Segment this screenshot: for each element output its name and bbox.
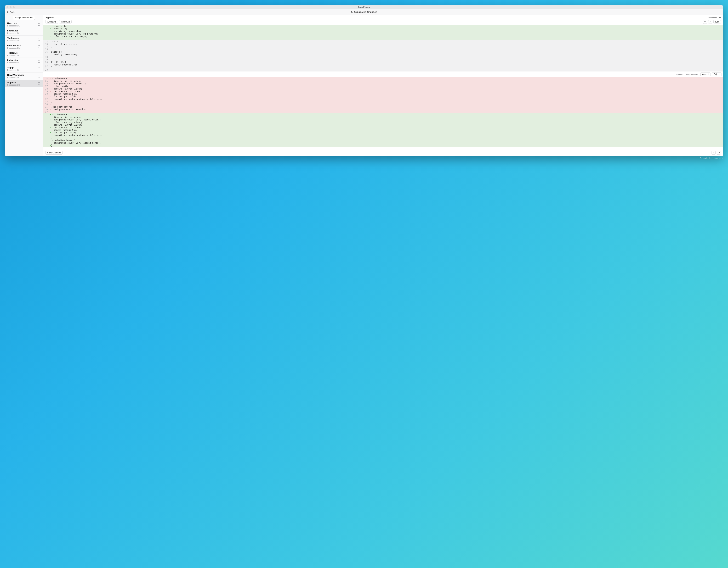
file-processed: Processed: 0/1 [7, 76, 24, 78]
file-name: Features.css [7, 44, 21, 47]
file-processed: Processed: 0/1 [7, 39, 20, 42]
chevron-down-icon [718, 152, 720, 153]
edit-button[interactable]: Edit [713, 20, 721, 24]
diff-scroll[interactable]: + margin: 0;+ padding: 0;+ box-sizing: b… [43, 25, 723, 149]
file-name: Footer.css [7, 29, 20, 32]
diff-line: + transition: background-color 0.3s ease… [43, 134, 723, 137]
diff-line: + padding: 0.8rem 1.5rem; [43, 124, 723, 126]
file-name: App.js [7, 66, 20, 69]
diff-line: 15 [43, 48, 723, 51]
file-item[interactable]: index.htmlProcessed: 0/1 [5, 58, 43, 65]
diff-line: +} [43, 137, 723, 139]
diff-line: + padding: 0; [43, 27, 723, 30]
file-item[interactable]: Features.cssProcessed: 0/1 [5, 43, 43, 50]
diff-line: + background-color: var(--accent-color); [43, 118, 723, 121]
next-hunk-button[interactable] [717, 151, 721, 155]
diff-line: 34- [43, 103, 723, 106]
file-item[interactable]: HowItWorks.cssProcessed: 0/1 [5, 72, 43, 80]
diff-line: 12.App { [43, 40, 723, 43]
redo-icon [709, 21, 712, 23]
file-name: HowItWorks.css [7, 74, 24, 76]
undo-icon [704, 21, 706, 23]
accept-all-save-button[interactable]: Accept All and Save [13, 16, 35, 20]
status-ring-icon [38, 45, 40, 48]
save-changes-button[interactable]: Save Changes [45, 151, 63, 155]
hunk-accept-button[interactable]: Accept [700, 72, 710, 76]
diff-line: + display: inline-block; [43, 116, 723, 118]
accept-all-button[interactable]: Accept All [45, 20, 58, 24]
diff-line: 33-} [43, 100, 723, 103]
diff-line: 16section { [43, 51, 723, 53]
diff-line: + font-weight: bold; [43, 131, 723, 134]
diff-line: +} [43, 38, 723, 40]
file-item[interactable]: App.cssProcessed: 0/2 [5, 80, 43, 87]
diff-line: 36- background-color: #0056b3; [43, 108, 723, 111]
main: App.css Processed: 0/2 Accept All Reject… [43, 15, 723, 156]
file-item[interactable]: Toolbar.cssProcessed: 0/1 [5, 36, 43, 43]
diff-line: +} [43, 144, 723, 147]
processed-label: Processed: 0/2 [708, 17, 721, 19]
hunk-toolbar: Update CTA button styles Accept Reject [43, 71, 723, 77]
diff-line: 26- background-color: #007bff; [43, 82, 723, 85]
diff-line: 37-} [43, 111, 723, 113]
file-name: App.css [7, 81, 20, 84]
watermark: Screenshot by Xnapper.com [5, 157, 723, 159]
diff-line: 29- text-decoration: none; [43, 90, 723, 93]
file-item[interactable]: Toolbar.jsProcessed: 0/1 [5, 50, 43, 58]
diff-block-1: + margin: 0;+ padding: 0;+ box-sizing: b… [43, 25, 723, 71]
diff-line: 18} [43, 56, 723, 58]
diff-line: 17 padding: 4rem 2rem; [43, 53, 723, 56]
file-processed: Processed: 0/2 [7, 84, 20, 86]
file-name: Hero.css [7, 22, 20, 25]
diff-line: + background-color: var(--bg-primary); [43, 33, 723, 35]
diff-line: + box-sizing: border-box; [43, 30, 723, 33]
diff-line: + color: var(--text-primary); [43, 35, 723, 38]
status-ring-icon [38, 82, 40, 85]
diff-line: 22} [43, 66, 723, 69]
diff-line: + color: var(--bg-primary); [43, 121, 723, 124]
sidebar: Accept All and Save Hero.cssProcessed: 0… [5, 15, 43, 156]
prev-hunk-button[interactable] [712, 151, 716, 155]
undo-button[interactable] [703, 20, 707, 24]
diff-line: 19 [43, 58, 723, 61]
file-name: Toolbar.js [7, 52, 20, 54]
status-ring-icon [38, 23, 40, 26]
file-processed: Processed: 0/1 [7, 25, 20, 27]
diff-line: 35-.cta-button:hover { [43, 106, 723, 108]
sidebar-top: Accept All and Save [5, 15, 43, 21]
hunk-reject-button[interactable]: Reject [712, 72, 721, 76]
file-list: Hero.cssProcessed: 0/1Footer.cssProcesse… [5, 21, 43, 156]
diff-line: + border-radius: 5px; [43, 129, 723, 131]
main-head: App.css Processed: 0/2 Accept All Reject… [43, 15, 723, 25]
page-title: AI Suggested Changes [5, 11, 723, 13]
body: Accept All and Save Hero.cssProcessed: 0… [5, 15, 723, 156]
chevron-up-icon [713, 152, 714, 154]
diff-line: + background-color: var(--accent-hover); [43, 142, 723, 144]
diff-line: 28- padding: 0.8rem 1.5rem; [43, 88, 723, 90]
diff-line: 31- font-weight: bold; [43, 95, 723, 98]
file-processed: Processed: 0/1 [7, 32, 20, 34]
file-processed: Processed: 0/1 [7, 62, 20, 64]
diff-line: +.cta-button:hover { [43, 139, 723, 142]
file-name: Toolbar.css [7, 37, 20, 39]
file-processed: Processed: 0/1 [7, 54, 20, 56]
file-item[interactable]: App.jsProcessed: 0/1 [5, 65, 43, 72]
diff-line: 13 text-align: center; [43, 43, 723, 46]
status-ring-icon [38, 75, 40, 77]
redo-button[interactable] [708, 20, 712, 24]
file-item[interactable]: Footer.cssProcessed: 0/1 [5, 28, 43, 36]
file-title: App.css [45, 16, 54, 19]
titlebar: Repo Prompt [5, 5, 723, 9]
status-ring-icon [38, 67, 40, 70]
diff-block-2: 24-.cta-button {25- display: inline-bloc… [43, 77, 723, 147]
status-ring-icon [38, 53, 40, 55]
reject-all-button[interactable]: Reject All [59, 20, 72, 24]
file-item[interactable]: Hero.cssProcessed: 0/1 [5, 21, 43, 28]
diff-line: 25- display: inline-block; [43, 80, 723, 82]
diff-line: 21 margin-bottom: 1rem; [43, 64, 723, 66]
diff-line: +.cta-button { [43, 113, 723, 116]
status-ring-icon [38, 31, 40, 33]
file-processed: Processed: 0/1 [7, 47, 21, 49]
diff-line: 20h1, h2, h3 { [43, 61, 723, 64]
status-ring-icon [38, 60, 40, 63]
